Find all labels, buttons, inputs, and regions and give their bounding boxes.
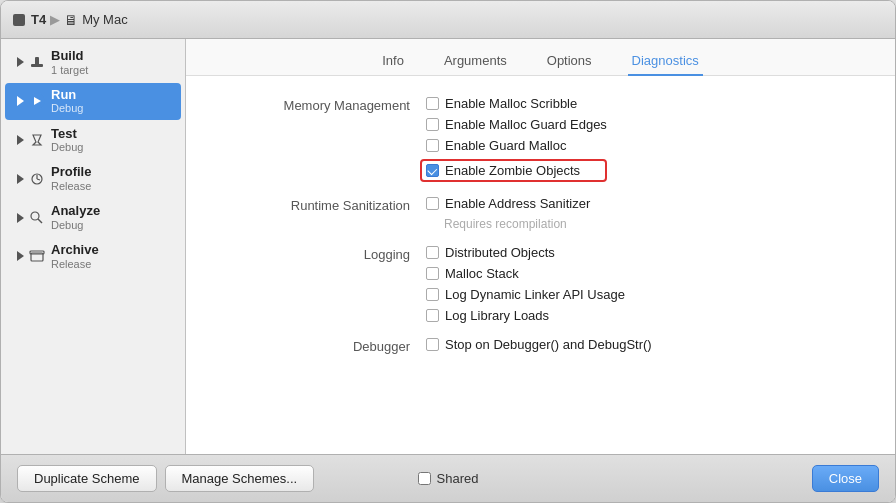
tab-bar: Info Arguments Options Diagnostics — [186, 39, 895, 76]
dynamic-linker-checkbox[interactable] — [426, 288, 439, 301]
memory-management-section: Memory Management Enable Malloc Scribble… — [226, 96, 855, 182]
breadcrumb: T4 ▶ 🖥 My Mac — [31, 12, 128, 28]
stop-debugger-row: Stop on Debugger() and DebugStr() — [426, 337, 652, 352]
malloc-scribble-checkbox[interactable] — [426, 97, 439, 110]
sidebar: Build 1 target Run Debug — [1, 39, 186, 454]
logging-section: Logging Distributed Objects Malloc Stack — [226, 245, 855, 323]
test-text: Test Debug — [51, 126, 173, 155]
malloc-guard-edges-label: Enable Malloc Guard Edges — [445, 117, 607, 132]
content-panel: Info Arguments Options Diagnostics Memor… — [186, 39, 895, 454]
tab-options[interactable]: Options — [543, 47, 596, 76]
runtime-sanitization-options: Enable Address Sanitizer Requires recomp… — [426, 196, 590, 231]
library-loads-checkbox[interactable] — [426, 309, 439, 322]
triangle-icon — [17, 135, 24, 145]
memory-management-options: Enable Malloc Scribble Enable Malloc Gua… — [426, 96, 607, 182]
tab-arguments[interactable]: Arguments — [440, 47, 511, 76]
malloc-stack-checkbox[interactable] — [426, 267, 439, 280]
archive-text: Archive Release — [51, 242, 173, 271]
app-icon — [13, 14, 25, 26]
shared-checkbox[interactable] — [418, 472, 431, 485]
sidebar-item-profile[interactable]: Profile Release — [5, 160, 181, 197]
expand-icon — [13, 57, 27, 67]
malloc-guard-edges-checkbox[interactable] — [426, 118, 439, 131]
test-sub: Debug — [51, 141, 173, 154]
run-sub: Debug — [51, 102, 173, 115]
triangle-icon — [17, 57, 24, 67]
requires-recompilation-text: Requires recompilation — [444, 217, 590, 231]
main-window: T4 ▶ 🖥 My Mac Build — [0, 0, 896, 503]
malloc-guard-edges-row: Enable Malloc Guard Edges — [426, 117, 607, 132]
breadcrumb-separator: ▶ — [50, 12, 60, 27]
project-name: T4 — [31, 12, 46, 27]
manage-schemes-button[interactable]: Manage Schemes... — [165, 465, 315, 492]
profile-sub: Release — [51, 180, 173, 193]
sidebar-item-run[interactable]: Run Debug — [5, 83, 181, 120]
duplicate-scheme-button[interactable]: Duplicate Scheme — [17, 465, 157, 492]
memory-management-label: Memory Management — [226, 96, 426, 113]
monitor-icon: 🖥 — [64, 12, 78, 28]
distributed-objects-label: Distributed Objects — [445, 245, 555, 260]
sidebar-item-analyze[interactable]: Analyze Debug — [5, 199, 181, 236]
address-sanitizer-checkbox[interactable] — [426, 197, 439, 210]
archive-icon — [27, 246, 47, 266]
archive-sub: Release — [51, 258, 173, 271]
sidebar-item-build[interactable]: Build 1 target — [5, 44, 181, 81]
expand-icon — [13, 135, 27, 145]
logging-label: Logging — [226, 245, 426, 262]
tab-diagnostics[interactable]: Diagnostics — [628, 47, 703, 76]
triangle-icon — [17, 174, 24, 184]
triangle-icon — [17, 96, 24, 106]
stop-debugger-checkbox[interactable] — [426, 338, 439, 351]
analyze-text: Analyze Debug — [51, 203, 173, 232]
target-name: My Mac — [82, 12, 128, 27]
malloc-scribble-label: Enable Malloc Scribble — [445, 96, 577, 111]
runtime-sanitization-section: Runtime Sanitization Enable Address Sani… — [226, 196, 855, 231]
guard-malloc-label: Enable Guard Malloc — [445, 138, 566, 153]
logging-options: Distributed Objects Malloc Stack Log Dyn… — [426, 245, 625, 323]
zombie-objects-checkbox[interactable] — [426, 164, 439, 177]
analyze-name: Analyze — [51, 203, 173, 219]
svg-point-5 — [31, 212, 39, 220]
stop-debugger-label: Stop on Debugger() and DebugStr() — [445, 337, 652, 352]
expand-icon — [13, 96, 27, 106]
close-button[interactable]: Close — [812, 465, 879, 492]
sidebar-item-test[interactable]: Test Debug — [5, 122, 181, 159]
title-bar: T4 ▶ 🖥 My Mac — [1, 1, 895, 39]
sidebar-item-archive[interactable]: Archive Release — [5, 238, 181, 275]
zombie-objects-row: Enable Zombie Objects — [420, 159, 607, 182]
profile-text: Profile Release — [51, 164, 173, 193]
svg-rect-1 — [35, 57, 39, 65]
profile-icon — [27, 169, 47, 189]
address-sanitizer-label: Enable Address Sanitizer — [445, 196, 590, 211]
test-icon — [27, 130, 47, 150]
run-text: Run Debug — [51, 87, 173, 116]
malloc-scribble-row: Enable Malloc Scribble — [426, 96, 607, 111]
distributed-objects-row: Distributed Objects — [426, 245, 625, 260]
library-loads-label: Log Library Loads — [445, 308, 549, 323]
expand-icon — [13, 213, 27, 223]
analyze-icon — [27, 208, 47, 228]
expand-icon — [13, 251, 27, 261]
shared-label: Shared — [437, 471, 479, 486]
footer: Duplicate Scheme Manage Schemes... Share… — [1, 454, 895, 502]
address-sanitizer-row: Enable Address Sanitizer — [426, 196, 590, 211]
build-sub: 1 target — [51, 64, 173, 77]
build-name: Build — [51, 48, 173, 64]
tab-info[interactable]: Info — [378, 47, 408, 76]
distributed-objects-checkbox[interactable] — [426, 246, 439, 259]
build-icon — [27, 52, 47, 72]
runtime-sanitization-label: Runtime Sanitization — [226, 196, 426, 213]
dynamic-linker-label: Log Dynamic Linker API Usage — [445, 287, 625, 302]
malloc-stack-row: Malloc Stack — [426, 266, 625, 281]
expand-icon — [13, 174, 27, 184]
run-icon — [27, 91, 47, 111]
svg-line-6 — [38, 219, 42, 223]
guard-malloc-checkbox[interactable] — [426, 139, 439, 152]
debugger-options: Stop on Debugger() and DebugStr() — [426, 337, 652, 352]
profile-name: Profile — [51, 164, 173, 180]
footer-right: Close — [478, 465, 879, 492]
run-name: Run — [51, 87, 173, 103]
diagnostics-content: Memory Management Enable Malloc Scribble… — [186, 76, 895, 454]
test-name: Test — [51, 126, 173, 142]
svg-line-4 — [37, 179, 40, 180]
